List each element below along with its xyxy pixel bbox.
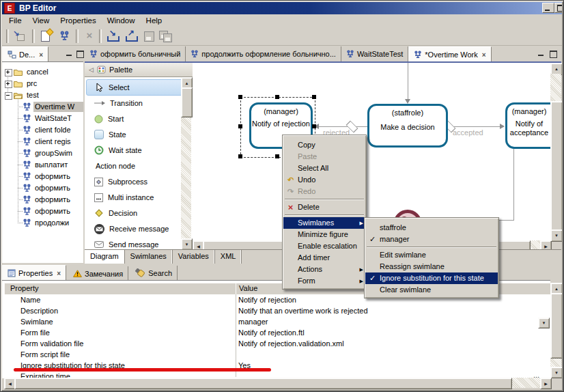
selection-handle[interactable] bbox=[238, 124, 242, 128]
tab-variables[interactable]: Variables bbox=[173, 250, 215, 264]
property-value[interactable]: manager bbox=[238, 316, 268, 327]
selection-handle[interactable] bbox=[275, 95, 279, 99]
menu-item-undo[interactable]: ↶Undo bbox=[283, 174, 365, 186]
close-icon[interactable]: × bbox=[482, 51, 486, 59]
submenu-item-reassign-swimlane[interactable]: Reassign swimlane bbox=[365, 261, 498, 272]
tree-item-process[interactable]: оформить bbox=[2, 171, 83, 182]
node-make-a-decision[interactable]: (staffrole) Make a decision bbox=[367, 104, 448, 148]
node-notify-of-acceptance[interactable]: (manager) Notify of acceptance bbox=[505, 102, 550, 149]
menu-item-delete[interactable]: ×Delete bbox=[283, 201, 365, 213]
collapse-palette-icon[interactable]: ◁ bbox=[89, 66, 94, 73]
tree-item-process[interactable]: выплатит bbox=[2, 159, 83, 171]
selection-handle[interactable] bbox=[238, 154, 242, 158]
menu-window[interactable]: Window bbox=[102, 15, 141, 27]
palette-item-send-message[interactable]: Send message bbox=[86, 237, 188, 249]
menu-file[interactable]: File bbox=[3, 15, 27, 27]
collapse-minus-icon[interactable] bbox=[5, 92, 12, 100]
menu-item-actions[interactable]: Actions▶ bbox=[283, 264, 365, 275]
tree-item-process[interactable]: client regis bbox=[2, 136, 83, 148]
props-vscroll-thumb[interactable] bbox=[550, 293, 563, 359]
selection-handle[interactable] bbox=[238, 95, 242, 99]
canvas-scroll-down[interactable]: ▼ bbox=[550, 229, 563, 242]
palette-item-receive-message[interactable]: Receive message bbox=[86, 221, 188, 236]
menu-item-add-timer[interactable]: Add timer bbox=[283, 252, 365, 264]
tab-search[interactable]: Search bbox=[130, 266, 178, 281]
props-hscroll-thumb[interactable] bbox=[14, 378, 512, 389]
canvas-vscroll-thumb[interactable] bbox=[550, 101, 563, 232]
delete-icon[interactable]: × bbox=[81, 29, 98, 43]
editor-tab-active[interactable]: *Overtime Work × bbox=[408, 46, 491, 62]
property-row-expiration-time[interactable]: Expiration time bbox=[4, 371, 550, 377]
editor-tab[interactable]: WaitStateTest bbox=[341, 46, 408, 61]
tab-xml[interactable]: XML bbox=[215, 250, 242, 264]
palette-item-transition[interactable]: Transition bbox=[86, 96, 188, 111]
property-value[interactable]: Notify of rejection.validation.xml bbox=[238, 338, 344, 349]
submenu-item-ignore-substitution[interactable]: ✓Ignore substitution for this state bbox=[365, 272, 498, 284]
tree-item-process[interactable]: оформить bbox=[2, 206, 83, 217]
expiration-ellipsis-button[interactable]: ... bbox=[533, 371, 539, 379]
import-icon[interactable]: ↘ bbox=[104, 29, 121, 43]
export-icon[interactable]: ↗ bbox=[123, 29, 139, 43]
editor-minimize-icon[interactable] bbox=[537, 50, 546, 57]
submenu-item-clear-swimlane[interactable]: Clear swimlane bbox=[365, 284, 498, 296]
menu-properties[interactable]: Properties bbox=[55, 15, 101, 27]
palette-item-select[interactable]: Select bbox=[86, 79, 189, 96]
property-value[interactable]: Notify of rejection.ftl bbox=[238, 327, 305, 338]
swimlane-dropdown-button[interactable]: ▼ bbox=[538, 318, 550, 328]
tree-item-cancel[interactable]: cancel bbox=[2, 66, 83, 78]
palette-item-state[interactable]: State bbox=[86, 127, 188, 142]
selection-handle[interactable] bbox=[312, 124, 316, 128]
palette-item-multi-instance[interactable]: Multi instance bbox=[86, 190, 188, 205]
tree-item-process[interactable]: оформить bbox=[2, 182, 83, 194]
tree-item-prc[interactable]: prc bbox=[2, 78, 83, 89]
panel-maximize-icon[interactable] bbox=[75, 50, 84, 57]
tree-item-test[interactable]: test bbox=[2, 89, 83, 101]
expand-plus-icon[interactable] bbox=[5, 81, 12, 88]
props-scroll-down[interactable]: ▼ bbox=[550, 367, 563, 378]
menu-help[interactable]: Help bbox=[141, 15, 168, 27]
menu-item-minimize-figure[interactable]: Minimize figure bbox=[283, 229, 365, 240]
palette-item-subprocess[interactable]: Subprocess bbox=[86, 174, 188, 189]
submenu-item-edit-swimlane[interactable]: Edit swimlane bbox=[365, 249, 498, 261]
save-all-icon[interactable] bbox=[158, 29, 174, 43]
menu-item-redo[interactable]: ↷Redo bbox=[283, 186, 365, 197]
palette-scroll-down[interactable]: ▼ bbox=[181, 238, 193, 249]
panel-minimize-icon[interactable] bbox=[65, 50, 74, 57]
tree-item-process[interactable]: client folde bbox=[2, 124, 83, 136]
transition-line[interactable] bbox=[408, 63, 408, 99]
property-row-swimlane[interactable]: Swimlane manager bbox=[4, 316, 550, 328]
title-bar[interactable]: E BP Editor bbox=[2, 2, 562, 14]
editor-tab[interactable]: оформить больничный bbox=[85, 46, 186, 61]
tab-explorer[interactable]: De... × bbox=[2, 46, 48, 62]
save-icon[interactable] bbox=[141, 29, 158, 43]
property-value[interactable]: Notify of rejection bbox=[238, 294, 296, 305]
property-row-description[interactable]: Description Notify that an overtime work… bbox=[4, 305, 550, 317]
tab-properties[interactable]: Properties × bbox=[2, 265, 66, 281]
close-icon[interactable]: × bbox=[57, 270, 61, 277]
close-icon[interactable]: × bbox=[39, 51, 43, 59]
palette-item-start[interactable]: Start bbox=[86, 111, 188, 126]
tab-diagram[interactable]: Diagram bbox=[85, 250, 125, 264]
tree-item-process[interactable]: Overtime W bbox=[2, 101, 83, 113]
transition-line-rejected[interactable] bbox=[319, 126, 367, 127]
menu-item-enable-escalation[interactable]: Enable escalation bbox=[283, 240, 365, 252]
tab-swimlanes[interactable]: Swimlanes bbox=[125, 250, 173, 264]
window-minimize-button[interactable] bbox=[542, 3, 554, 13]
tree-item-process[interactable]: groupSwim bbox=[2, 148, 83, 159]
menu-view[interactable]: View bbox=[27, 15, 55, 27]
menu-item-paste[interactable]: Paste bbox=[283, 151, 365, 163]
table-column-divider[interactable] bbox=[236, 294, 236, 377]
editor-tab[interactable]: продолжить оформление больнично... bbox=[186, 46, 341, 61]
property-row-form-script-file[interactable]: Form script file bbox=[4, 349, 550, 361]
tree-item-process[interactable]: продолжи bbox=[2, 217, 83, 229]
menu-item-select-all[interactable]: Select All bbox=[283, 163, 365, 174]
navigate-icon[interactable]: ↘ bbox=[11, 29, 27, 43]
tree-item-process[interactable]: WaitStateT bbox=[2, 113, 83, 124]
palette-scroll-thumb[interactable] bbox=[181, 87, 193, 117]
menu-item-copy[interactable]: Copy bbox=[283, 139, 365, 151]
submenu-item-manager[interactable]: ✓manager bbox=[365, 234, 498, 245]
new-file-icon[interactable] bbox=[38, 29, 54, 43]
property-row-form-file[interactable]: Form file Notify of rejection.ftl bbox=[4, 327, 550, 339]
diagram-canvas[interactable]: rejected accepted (manager) Notify of re… bbox=[193, 63, 550, 240]
window-maximize-button[interactable] bbox=[554, 3, 564, 13]
